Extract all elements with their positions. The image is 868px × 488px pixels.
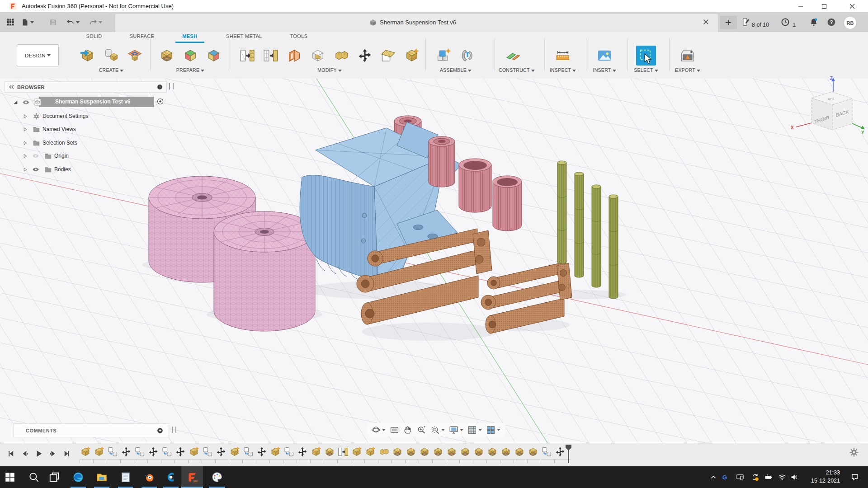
- tool-new-component[interactable]: [434, 46, 454, 66]
- taskbar-start[interactable]: [0, 466, 21, 488]
- taskbar-fusion-360[interactable]: 360: [181, 466, 203, 488]
- taskbar-clock[interactable]: 21:33 15-12-2021: [800, 469, 840, 485]
- visibility-eye-icon[interactable]: [30, 166, 42, 173]
- tool-plane-cut[interactable]: [378, 46, 398, 66]
- browser-item-document-settings[interactable]: Document Settings: [20, 111, 136, 122]
- tool-tessellate[interactable]: [237, 46, 257, 66]
- timeline-feature-move-icon[interactable]: [175, 446, 186, 457]
- expander-icon[interactable]: [20, 154, 30, 159]
- expander-icon[interactable]: [20, 141, 30, 145]
- browser-minimize-icon[interactable]: [157, 84, 163, 90]
- nav-orbit-button[interactable]: [370, 424, 387, 436]
- tool-print[interactable]: [678, 46, 698, 66]
- root-activate-radio-icon[interactable]: [156, 98, 164, 105]
- close-window-button[interactable]: [842, 0, 863, 12]
- tray-volume-icon[interactable]: [789, 472, 799, 482]
- tool-insert-mesh[interactable]: [78, 46, 98, 66]
- browser-root-label[interactable]: Sherman Suspension Test v6: [55, 99, 131, 105]
- timeline-feature-copy-icon[interactable]: [161, 446, 172, 457]
- play-button[interactable]: [33, 447, 45, 460]
- tray-cast-icon[interactable]: [735, 472, 745, 482]
- nav-fit-button[interactable]: [429, 424, 446, 436]
- tool-paint-mesh[interactable]: [204, 46, 224, 66]
- group-construct-menu[interactable]: CONSTRUCT: [499, 67, 528, 73]
- group-prepare-menu[interactable]: PREPARE: [154, 67, 226, 73]
- job-status-clock-icon[interactable]: [781, 18, 790, 27]
- timeline-feature-base-icon[interactable]: [514, 446, 525, 457]
- timeline-feature-base-icon[interactable]: [392, 446, 403, 457]
- viewport-3d[interactable]: Z X Y TOP RIGHT BACK BROWSER Sherman Sus…: [0, 79, 868, 443]
- tool-combine[interactable]: [331, 46, 351, 66]
- group-create-menu[interactable]: CREATE: [75, 67, 147, 73]
- visibility-eye-off-icon[interactable]: [30, 152, 42, 160]
- taskbar-cura[interactable]: [160, 466, 182, 488]
- group-assemble-menu[interactable]: ASSEMBLE: [429, 67, 482, 73]
- workspace-switcher[interactable]: DESIGN: [17, 44, 59, 66]
- step-forward-button[interactable]: [47, 447, 59, 460]
- timeline-feature-move-icon[interactable]: [216, 446, 226, 457]
- road-wheel-large-2[interactable]: [214, 211, 315, 331]
- timeline-feature-mesh-star-icon[interactable]: [80, 446, 91, 457]
- tool-measure[interactable]: [553, 46, 573, 66]
- skip-end-button[interactable]: [61, 447, 73, 460]
- expander-icon[interactable]: [20, 127, 30, 132]
- tool-unwrap[interactable]: [261, 46, 281, 66]
- action-center-icon[interactable]: [850, 472, 860, 482]
- app-grid-icon[interactable]: [4, 16, 17, 28]
- collapse-panel-icon[interactable]: [9, 84, 14, 90]
- timeline-feature-move-icon[interactable]: [256, 446, 267, 457]
- tool-mesh-star[interactable]: [402, 46, 422, 66]
- save-icon[interactable]: [46, 16, 60, 28]
- timeline-feature-mesh-star-icon[interactable]: [94, 446, 104, 457]
- group-inspect-menu[interactable]: INSPECT: [548, 67, 577, 73]
- browser-panel-header[interactable]: BROWSER: [5, 81, 167, 93]
- timeline-feature-convert-icon[interactable]: [338, 446, 349, 457]
- expander-icon[interactable]: [20, 114, 30, 119]
- file-menu-icon[interactable]: [21, 16, 34, 28]
- timeline-feature-base-icon[interactable]: [446, 446, 457, 457]
- nav-display-button[interactable]: [448, 424, 465, 436]
- tool-base[interactable]: [157, 46, 177, 66]
- group-modify-menu[interactable]: MODIFY: [232, 67, 427, 73]
- skip-start-button[interactable]: [5, 447, 17, 460]
- browser-item-root[interactable]: [11, 97, 43, 108]
- taskbar-task-view[interactable]: [43, 466, 65, 488]
- view-cube[interactable]: Z X Y TOP RIGHT BACK: [789, 75, 867, 136]
- timeline-feature-copy-icon[interactable]: [283, 446, 294, 457]
- group-insert-menu[interactable]: INSERT: [590, 67, 619, 73]
- timeline-feature-copy-icon[interactable]: [107, 446, 118, 457]
- timeline-feature-mesh-star-icon[interactable]: [351, 446, 362, 457]
- timeline-feature-combine-icon[interactable]: [378, 446, 389, 457]
- minimize-button[interactable]: [790, 0, 811, 12]
- root-expander-icon[interactable]: [11, 99, 20, 105]
- taskbar-edge[interactable]: [67, 466, 89, 488]
- timeline-feature-copy-icon[interactable]: [134, 446, 145, 457]
- taskbar-notepad[interactable]: [115, 466, 137, 488]
- tool-cube-l[interactable]: [308, 46, 328, 66]
- timeline-feature-mesh-star-icon[interactable]: [311, 446, 321, 457]
- tool-face-mesh[interactable]: [125, 46, 145, 66]
- timeline-feature-copy-icon[interactable]: [541, 446, 552, 457]
- tray-chevron-up-icon[interactable]: [708, 472, 718, 482]
- nav-viewports-button[interactable]: [485, 424, 502, 436]
- browser-panel-handle[interactable]: [169, 83, 174, 89]
- timeline-feature-copy-icon[interactable]: [243, 446, 254, 457]
- close-tab-icon[interactable]: [703, 19, 709, 25]
- step-back-button[interactable]: [19, 447, 31, 460]
- tool-face-groups[interactable]: [180, 46, 200, 66]
- tool-shell[interactable]: [284, 46, 304, 66]
- tray-wifi-icon[interactable]: [777, 472, 787, 482]
- timeline-feature-base-icon[interactable]: [460, 446, 471, 457]
- add-comment-icon[interactable]: [157, 427, 163, 434]
- timeline-feature-mesh-star-icon[interactable]: [270, 446, 281, 457]
- timeline-feature-base-icon[interactable]: [487, 446, 498, 457]
- nav-zoom-button[interactable]: [415, 424, 428, 436]
- timeline-feature-copy-icon[interactable]: [202, 446, 213, 457]
- nav-pan-button[interactable]: [402, 424, 414, 436]
- taskbar-file-explorer[interactable]: [91, 466, 113, 488]
- timeline-feature-move-icon[interactable]: [297, 446, 308, 457]
- tool-canvas[interactable]: [594, 46, 614, 66]
- timeline-feature-base-icon[interactable]: [528, 446, 538, 457]
- tray-sync-icon[interactable]: [750, 472, 760, 482]
- timeline-feature-mesh-star-icon[interactable]: [189, 446, 199, 457]
